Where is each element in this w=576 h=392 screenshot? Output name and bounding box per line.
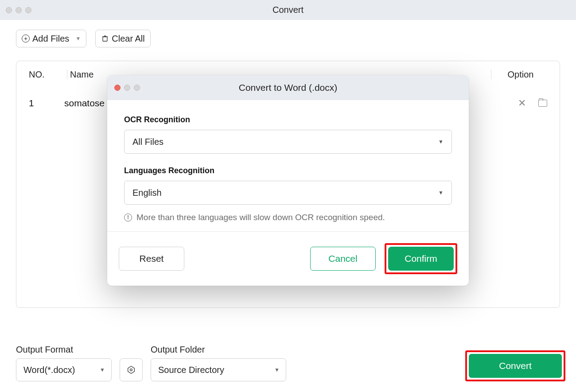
column-header-no: NO. (29, 70, 64, 80)
output-folder-select[interactable]: Source Directory ▼ (151, 358, 286, 381)
modal-footer: Reset Cancel Confirm (107, 231, 469, 286)
convert-options-modal: Convert to Word (.docx) OCR Recognition … (107, 75, 469, 286)
confirm-button[interactable]: Confirm (388, 247, 454, 271)
window-zoom-icon[interactable] (25, 7, 31, 13)
add-files-label: Add Files (32, 34, 69, 44)
modal-close-icon[interactable] (114, 85, 121, 91)
window-minimize-icon[interactable] (16, 7, 22, 13)
languages-recognition-select[interactable]: English ▼ (124, 181, 452, 205)
modal-minimize-icon[interactable] (124, 85, 130, 91)
plus-circle-icon: + (22, 35, 30, 43)
gear-icon (126, 365, 136, 375)
divider (67, 70, 67, 79)
languages-hint-text: More than three languages will slow down… (136, 213, 385, 222)
chevron-down-icon: ▼ (75, 35, 81, 42)
ocr-recognition-label: OCR Recognition (124, 115, 452, 124)
clear-all-button[interactable]: Clear All (95, 30, 150, 47)
output-folder-group: Output Folder Source Directory ▼ (151, 345, 286, 381)
svg-rect-0 (103, 37, 107, 41)
toolbar: + Add Files ▼ Clear All (0, 20, 576, 47)
languages-recognition-label: Languages Recognition (124, 166, 452, 175)
output-format-group: Output Format Word(*.docx) ▼ (16, 345, 112, 381)
row-no: 1 (29, 98, 64, 109)
clear-all-label: Clear All (112, 34, 144, 44)
open-folder-icon[interactable] (538, 100, 547, 107)
titlebar: Convert (0, 0, 576, 20)
modal-zoom-icon[interactable] (134, 85, 140, 91)
divider (491, 70, 491, 79)
modal-titlebar: Convert to Word (.docx) (107, 75, 469, 100)
output-folder-value: Source Directory (158, 365, 224, 375)
output-format-label: Output Format (16, 345, 112, 355)
svg-marker-1 (128, 366, 135, 374)
modal-title: Convert to Word (.docx) (107, 82, 469, 93)
chevron-down-icon: ▼ (438, 139, 444, 145)
ocr-recognition-value: All Files (132, 137, 163, 147)
add-files-button[interactable]: + Add Files ▼ (16, 30, 86, 47)
chevron-down-icon: ▼ (274, 367, 280, 373)
convert-button[interactable]: Convert (469, 354, 562, 378)
output-folder-label: Output Folder (151, 345, 286, 355)
output-settings-button[interactable] (120, 358, 143, 381)
window-title: Convert (0, 5, 576, 15)
output-format-value: Word(*.docx) (23, 365, 75, 375)
confirm-highlight: Confirm (385, 243, 457, 274)
languages-recognition-value: English (132, 188, 162, 198)
window-close-icon[interactable] (6, 7, 12, 13)
reset-button[interactable]: Reset (119, 247, 184, 271)
chevron-down-icon: ▼ (100, 367, 105, 373)
traffic-lights (6, 7, 31, 13)
modal-traffic-lights (114, 85, 140, 91)
trash-icon (101, 35, 109, 43)
languages-hint: ! More than three languages will slow do… (124, 213, 452, 222)
ocr-recognition-select[interactable]: All Files ▼ (124, 130, 452, 154)
remove-row-icon[interactable]: ✕ (518, 97, 526, 109)
convert-highlight: Convert (465, 350, 565, 381)
column-header-option: Option (494, 70, 547, 80)
cancel-button[interactable]: Cancel (310, 247, 376, 271)
svg-point-2 (130, 369, 132, 371)
output-format-select[interactable]: Word(*.docx) ▼ (16, 358, 112, 381)
info-icon: ! (124, 213, 132, 221)
row-option: ✕ (494, 97, 547, 109)
bottom-bar: Output Format Word(*.docx) ▼ Output Fold… (16, 345, 565, 381)
chevron-down-icon: ▼ (438, 190, 444, 196)
modal-body: OCR Recognition All Files ▼ Languages Re… (107, 100, 469, 231)
